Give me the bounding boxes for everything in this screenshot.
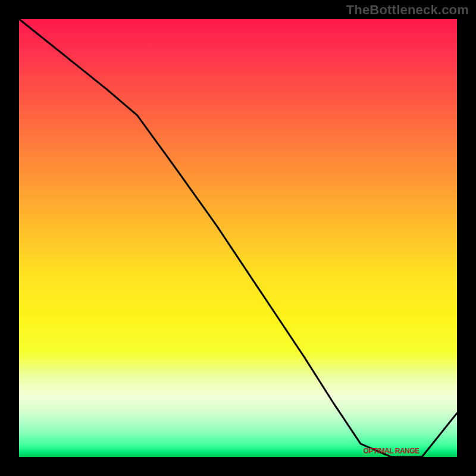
optimal-range-label: OPTIMAL RANGE bbox=[364, 447, 419, 455]
line-plot-svg: OPTIMAL RANGE bbox=[19, 19, 457, 457]
watermark-text: TheBottleneck.com bbox=[346, 2, 469, 18]
plot-area: OPTIMAL RANGE bbox=[19, 19, 457, 457]
bottleneck-curve bbox=[19, 19, 457, 457]
chart-container: TheBottleneck.com OPTIMAL RANGE bbox=[0, 0, 476, 476]
